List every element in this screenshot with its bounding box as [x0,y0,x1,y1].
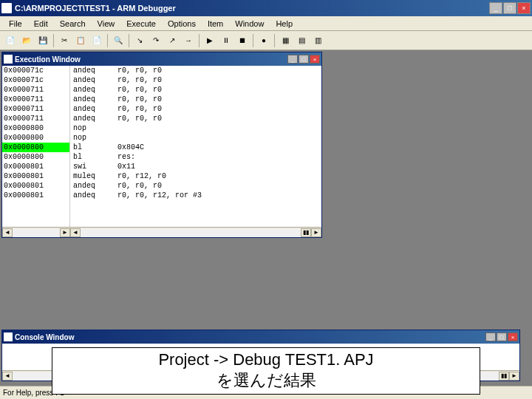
disasm-row[interactable]: andeqr0, r0, r0 [70,181,321,191]
disasm-row[interactable]: andeqr0, r0, r12, ror #3 [70,191,321,200]
address-cell[interactable]: 0x0000711 [2,104,69,114]
run-icon[interactable]: ▶ [202,33,217,48]
operands: r0, r0, r0 [117,76,162,84]
address-cell[interactable]: 0x0000801 [2,191,69,200]
step-icon[interactable]: ↘ [132,33,147,48]
menu-item-edit[interactable]: Edit [28,18,54,30]
menu-item-window[interactable]: Window [229,18,270,30]
open-icon[interactable]: 📂 [19,33,34,48]
disasm-row[interactable]: andeqr0, r0, r0 [70,95,321,104]
addr-scrollbar[interactable]: ◄ ► [2,227,70,237]
console-max-button[interactable]: □ [497,332,507,341]
exec-min-button[interactable]: _ [287,55,298,64]
menu-item-help[interactable]: Help [270,18,299,30]
address-cell[interactable]: 0x0000800 [2,152,69,162]
operands: r0, r0, r0 [117,66,162,75]
minimize-button[interactable]: _ [489,2,502,14]
menu-item-execute[interactable]: Execute [120,18,162,30]
exec-title: Execution Window [15,55,287,64]
address-cell[interactable]: 0x0000800 [2,123,69,133]
maximize-button[interactable]: □ [503,2,516,14]
disasm-row[interactable]: andeqr0, r0, r0 [70,104,321,114]
operands: res: [117,153,135,161]
scroll-right-button[interactable]: ► [60,228,70,237]
menu-item-search[interactable]: Search [54,18,92,30]
operands: r0, r0, r0 [117,95,162,103]
step-out-icon[interactable]: ↗ [165,33,180,48]
address-cell[interactable]: 0x000071c [2,75,69,85]
wnd1-icon[interactable]: ▦ [278,33,293,48]
bp-icon[interactable]: ● [256,33,271,48]
close-button[interactable]: × [517,2,531,14]
address-cell[interactable]: 0x0000711 [2,85,69,95]
menu-item-file[interactable]: File [3,18,28,30]
menu-item-view[interactable]: View [92,18,121,30]
pause-scroll-button[interactable]: ▮▮ [301,228,311,237]
disasm-row[interactable]: muleqr0, r12, r0 [70,171,321,181]
operands: r0, r0, r12, ror #3 [117,191,202,200]
disasm-row[interactable]: nop [70,133,321,143]
console-min-button[interactable]: _ [485,332,496,341]
disasm-row[interactable]: nop [70,123,321,133]
address-cell[interactable]: 0x0000801 [2,171,69,181]
address-column: 0x000071c0x000071c0x00007110x00007110x00… [2,66,70,227]
opcode: andeq [73,95,117,104]
disasm-row[interactable]: andeqr0, r0, r0 [70,66,321,75]
stop-icon[interactable]: ⏹ [235,33,250,48]
exec-body: 0x000071c0x000071c0x00007110x00007110x00… [2,66,321,227]
scroll-track[interactable] [81,228,301,237]
scroll-left-button[interactable]: ◄ [2,372,13,381]
goto-icon[interactable]: → [181,33,196,48]
disasm-row[interactable]: andeqr0, r0, r0 [70,75,321,85]
scroll-left-button[interactable]: ◄ [70,228,81,237]
menu-item-item[interactable]: Item [202,18,229,30]
exec-window-icon [4,55,13,64]
console-close-button[interactable]: × [508,332,518,341]
disasm-scrollbar[interactable]: ◄ ▮▮ ► [70,227,321,237]
disasm-row[interactable]: bl0x804C [70,143,321,152]
console-window-icon [4,332,13,341]
operands: r0, r12, r0 [117,172,166,180]
address-cell[interactable]: 0x0000711 [2,114,69,123]
titlebar[interactable]: C:\ARMPROJECT\TEST1 - ARM Debugger _ □ × [0,0,532,16]
operands: r0, r0, r0 [117,115,162,123]
opcode: nop [73,123,117,133]
wnd2-icon[interactable]: ▤ [294,33,309,48]
exec-close-button[interactable]: × [310,55,320,64]
disasm-row[interactable]: swi0x11 [70,162,321,171]
toolbar-separator [199,34,200,47]
pause-scroll-button[interactable]: ▮▮ [499,372,509,381]
copy-icon[interactable]: 📋 [73,33,88,48]
disasm-row[interactable]: blres: [70,152,321,162]
toolbar-separator [274,34,275,47]
over-icon[interactable]: ↷ [149,33,163,48]
scroll-track[interactable] [13,228,60,237]
address-cell[interactable]: 0x0000800 [2,143,69,152]
address-cell[interactable]: 0x0000800 [2,133,69,143]
paste-icon[interactable]: 📄 [89,33,104,48]
console-title: Console Window [15,333,485,341]
scroll-right-button[interactable]: ► [311,228,321,237]
scroll-right-button[interactable]: ► [509,372,519,381]
disasm-row[interactable]: andeqr0, r0, r0 [70,114,321,123]
console-titlebar[interactable]: Console Window _ □ × [2,330,519,344]
address-cell[interactable]: 0x000071c [2,66,69,75]
operands: r0, r0, r0 [117,182,162,190]
wnd3-icon[interactable]: ▥ [310,33,325,48]
exec-max-button[interactable]: □ [299,55,309,64]
cut-icon[interactable]: ✂ [57,33,72,48]
address-cell[interactable]: 0x0000711 [2,95,69,104]
opcode: nop [73,133,117,143]
disasm-row[interactable]: andeqr0, r0, r0 [70,85,321,95]
scroll-left-button[interactable]: ◄ [2,228,13,237]
pause-icon[interactable]: ⏸ [219,33,233,48]
address-cell[interactable]: 0x0000801 [2,162,69,171]
menu-item-options[interactable]: Options [162,18,202,30]
exec-titlebar[interactable]: Execution Window _ □ × [2,52,321,66]
address-cell[interactable]: 0x0000801 [2,181,69,191]
opcode: bl [73,143,117,152]
save-icon[interactable]: 💾 [35,33,50,48]
window-title: C:\ARMPROJECT\TEST1 - ARM Debugger [15,4,489,13]
new-icon[interactable]: 📄 [3,33,18,48]
find-icon[interactable]: 🔍 [111,33,126,48]
